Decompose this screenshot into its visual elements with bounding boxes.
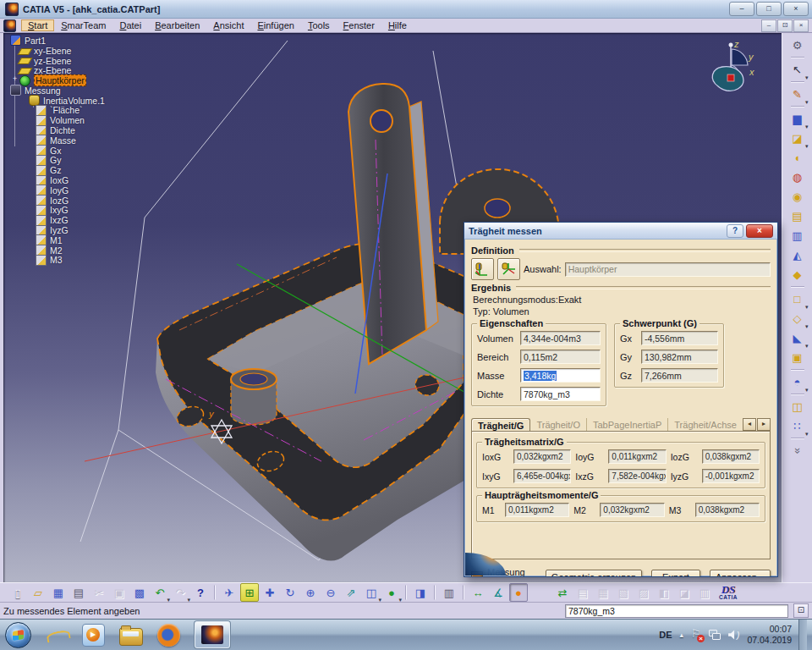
schwerpunkt-field[interactable]: 7,266mm (641, 368, 718, 383)
ie-icon[interactable] (46, 624, 68, 646)
loft-icon[interactable]: ◆ (787, 265, 808, 284)
separator[interactable] (791, 286, 804, 288)
moment-field[interactable]: 0,038kgxm2 (695, 503, 760, 517)
tree-item[interactable]: IoyG (3, 185, 105, 196)
matrix-field[interactable]: -0,001kgxm2 (702, 469, 760, 483)
boolean-icon[interactable]: ◓ (787, 372, 808, 392)
language-indicator[interactable]: DE (659, 630, 672, 640)
menu-item[interactable]: Start (21, 19, 54, 31)
tree-item[interactable]: IxyG (3, 206, 105, 216)
stiffener-icon[interactable]: ◭ (787, 245, 808, 265)
schwerpunkt-field[interactable]: -4,556mm (641, 331, 718, 345)
measure-item-icon[interactable]: ∡ (489, 583, 508, 602)
separator[interactable] (791, 106, 804, 107)
tree-item[interactable]: `Fläche` (3, 106, 105, 116)
dichte-field[interactable]: 7870kg_m3 (520, 387, 601, 401)
volume-icon[interactable]: ) (728, 630, 739, 640)
menu-item[interactable]: Hilfe (381, 19, 414, 31)
measure-between-icon[interactable]: ↔ (469, 583, 487, 602)
matrix-field[interactable]: 0,011kgxm2 (608, 449, 666, 464)
separator[interactable] (434, 585, 436, 600)
fly-mode-icon[interactable]: ✈ (220, 583, 239, 602)
copy-icon[interactable]: ▣ (110, 583, 129, 602)
catia-window-icon[interactable] (195, 621, 230, 648)
disabled-tool-icon[interactable]: ▦ (594, 583, 612, 602)
fillet-icon[interactable]: □ (787, 289, 808, 309)
menu-item[interactable]: Bearbeiten (148, 19, 206, 31)
network-icon[interactable] (709, 630, 721, 640)
separator[interactable] (791, 394, 804, 395)
inertia-tab[interactable]: TabPageInertiaP (587, 418, 668, 431)
bereich-field[interactable]: 0,115m2 (520, 350, 601, 364)
tree-item[interactable]: xy-Ebene (3, 46, 105, 56)
schwerpunkt-field[interactable]: 130,982mm (641, 350, 718, 364)
paste-icon[interactable]: ▩ (130, 583, 149, 602)
separator[interactable] (791, 438, 804, 439)
pocket-icon[interactable]: ◪ (787, 129, 808, 148)
tree-item[interactable]: M2 (3, 245, 105, 256)
exchange-icon[interactable]: ⇄ (553, 583, 572, 602)
swap-visible-space-icon[interactable]: ◨ (411, 583, 430, 602)
title-bar[interactable]: CATIA V5 - [ahk_catia.CATPart] – □ × (0, 0, 812, 19)
show-desktop-button[interactable] (798, 620, 807, 650)
clock[interactable]: 00:07 07.04.2019 (747, 624, 792, 646)
tab-scroll-left-icon[interactable]: ◂ (743, 418, 756, 431)
measure-inertia-axes-icon[interactable] (471, 258, 494, 280)
matrix-field[interactable]: 7,582e-004kgxm2 (608, 469, 666, 483)
auswahl-field[interactable]: Hauptkörper (565, 262, 771, 277)
select-cursor-icon[interactable]: ↖ (787, 60, 808, 80)
normal-view-icon[interactable]: ⇗ (342, 583, 360, 602)
tree-item[interactable]: yz-Ebene (3, 56, 105, 66)
menu-item[interactable]: Ansicht (206, 19, 250, 31)
cut-icon[interactable]: ✂ (90, 583, 108, 602)
tree-item[interactable]: InertiaVolume.1 (3, 96, 105, 106)
tree-item[interactable]: Dichte (3, 125, 105, 135)
tree-item[interactable]: Part1 (3, 36, 105, 46)
tab-scroll-right-icon[interactable]: ▸ (757, 418, 771, 431)
rotate-icon[interactable]: ↻ (281, 583, 299, 602)
maximize-button[interactable]: □ (756, 2, 782, 16)
explorer-icon[interactable] (119, 628, 143, 646)
tree-item[interactable]: Gx (3, 146, 105, 156)
undo-icon[interactable]: ↶ (151, 583, 169, 602)
dialog-title-bar[interactable]: Trägheit messen ? × (464, 223, 777, 240)
close-button[interactable]: × (783, 2, 809, 16)
disabled-tool-icon[interactable]: ▤ (573, 583, 592, 602)
pan-icon[interactable]: ✚ (261, 583, 279, 602)
matrix-field[interactable]: 6,465e-004kgxm2 (513, 469, 571, 483)
mdi-restore-button[interactable]: ⊡ (777, 19, 793, 32)
menu-item[interactable]: Einfügen (250, 19, 300, 31)
dialog-close-button[interactable]: × (746, 224, 773, 238)
separator[interactable] (463, 585, 464, 600)
gap[interactable] (529, 583, 551, 602)
more-tools-icon[interactable]: » (787, 441, 807, 461)
fit-all-icon[interactable]: ⊞ (240, 583, 259, 602)
groove-icon[interactable]: ◍ (787, 168, 808, 187)
pad-icon[interactable]: ▆ (787, 109, 808, 129)
disabled-tool-icon[interactable]: ▨ (634, 583, 653, 602)
separator[interactable] (214, 585, 216, 600)
disabled-tool-icon[interactable]: ▥ (695, 583, 714, 602)
update-icon[interactable]: ⚙ (787, 36, 808, 55)
volumen-field[interactable]: 4,344e-004m3 (520, 331, 601, 345)
moment-field[interactable]: 0,032kgxm2 (600, 503, 664, 517)
firefox-icon[interactable] (157, 624, 180, 647)
slot-icon[interactable]: ▥ (787, 226, 808, 245)
separator[interactable] (405, 585, 407, 600)
start-button[interactable] (5, 622, 31, 648)
disabled-tool-icon[interactable]: ◪ (675, 583, 694, 602)
action-center-icon[interactable] (691, 629, 701, 641)
disabled-tool-icon[interactable]: ◧ (655, 583, 673, 602)
mdi-close-button[interactable]: × (793, 19, 809, 32)
mirror-icon[interactable]: ◫ (787, 397, 808, 416)
tree-item[interactable]: M3 (3, 256, 105, 266)
tree-item[interactable]: Volumen (3, 115, 105, 125)
redo-icon[interactable]: ↷ (171, 583, 189, 602)
separator[interactable] (791, 81, 804, 83)
export-button[interactable]: Export (651, 570, 700, 578)
view-compass[interactable]: z y x (705, 37, 758, 95)
tree-item[interactable]: Masse (3, 135, 105, 146)
media-player-icon[interactable] (82, 624, 105, 647)
mdi-minimize-button[interactable]: – (761, 19, 776, 32)
measure-inertia-icon[interactable]: ● (509, 583, 528, 602)
